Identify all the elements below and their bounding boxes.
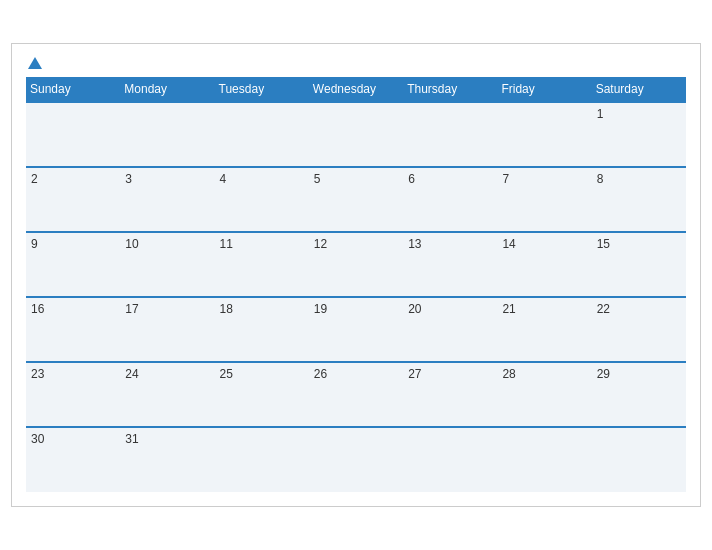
calendar-grid: SundayMondayTuesdayWednesdayThursdayFrid… bbox=[26, 77, 686, 492]
day-number: 22 bbox=[597, 302, 610, 316]
calendar-cell: 30 bbox=[26, 427, 120, 492]
weekday-header-saturday: Saturday bbox=[592, 77, 686, 102]
calendar-cell bbox=[403, 427, 497, 492]
calendar-header bbox=[26, 54, 686, 70]
day-number: 30 bbox=[31, 432, 44, 446]
calendar-cell bbox=[26, 102, 120, 167]
day-number: 23 bbox=[31, 367, 44, 381]
calendar-cell: 15 bbox=[592, 232, 686, 297]
day-number: 31 bbox=[125, 432, 138, 446]
calendar-cell: 29 bbox=[592, 362, 686, 427]
day-number: 28 bbox=[502, 367, 515, 381]
day-number: 1 bbox=[597, 107, 604, 121]
logo-general-line bbox=[26, 54, 42, 70]
calendar-cell bbox=[592, 427, 686, 492]
day-number: 13 bbox=[408, 237, 421, 251]
day-number: 6 bbox=[408, 172, 415, 186]
calendar-cell: 12 bbox=[309, 232, 403, 297]
day-number: 16 bbox=[31, 302, 44, 316]
day-number: 19 bbox=[314, 302, 327, 316]
weekday-header-sunday: Sunday bbox=[26, 77, 120, 102]
calendar-week-5: 3031 bbox=[26, 427, 686, 492]
weekday-header-thursday: Thursday bbox=[403, 77, 497, 102]
logo-triangle-icon bbox=[28, 57, 42, 69]
calendar-week-4: 23242526272829 bbox=[26, 362, 686, 427]
calendar-cell: 25 bbox=[215, 362, 309, 427]
day-number: 20 bbox=[408, 302, 421, 316]
calendar-header-row: SundayMondayTuesdayWednesdayThursdayFrid… bbox=[26, 77, 686, 102]
day-number: 26 bbox=[314, 367, 327, 381]
day-number: 14 bbox=[502, 237, 515, 251]
day-number: 2 bbox=[31, 172, 38, 186]
day-number: 25 bbox=[220, 367, 233, 381]
calendar-cell: 3 bbox=[120, 167, 214, 232]
calendar-cell: 8 bbox=[592, 167, 686, 232]
calendar-cell: 6 bbox=[403, 167, 497, 232]
day-number: 10 bbox=[125, 237, 138, 251]
day-number: 21 bbox=[502, 302, 515, 316]
calendar-cell bbox=[215, 102, 309, 167]
calendar-cell: 18 bbox=[215, 297, 309, 362]
day-number: 4 bbox=[220, 172, 227, 186]
calendar-cell: 19 bbox=[309, 297, 403, 362]
calendar-cell: 4 bbox=[215, 167, 309, 232]
calendar-cell: 5 bbox=[309, 167, 403, 232]
calendar-body: 1234567891011121314151617181920212223242… bbox=[26, 102, 686, 492]
day-number: 15 bbox=[597, 237, 610, 251]
day-number: 3 bbox=[125, 172, 132, 186]
weekday-header-monday: Monday bbox=[120, 77, 214, 102]
calendar-cell bbox=[215, 427, 309, 492]
calendar-cell: 10 bbox=[120, 232, 214, 297]
calendar-cell: 1 bbox=[592, 102, 686, 167]
calendar-container: SundayMondayTuesdayWednesdayThursdayFrid… bbox=[11, 43, 701, 508]
calendar-cell: 17 bbox=[120, 297, 214, 362]
calendar-cell: 7 bbox=[497, 167, 591, 232]
calendar-week-1: 2345678 bbox=[26, 167, 686, 232]
calendar-cell: 20 bbox=[403, 297, 497, 362]
calendar-cell bbox=[309, 102, 403, 167]
calendar-cell: 27 bbox=[403, 362, 497, 427]
day-number: 11 bbox=[220, 237, 233, 251]
calendar-week-3: 16171819202122 bbox=[26, 297, 686, 362]
day-number: 29 bbox=[597, 367, 610, 381]
day-number: 5 bbox=[314, 172, 321, 186]
logo-area bbox=[26, 54, 42, 70]
calendar-cell: 26 bbox=[309, 362, 403, 427]
calendar-cell bbox=[309, 427, 403, 492]
calendar-week-0: 1 bbox=[26, 102, 686, 167]
weekday-header-friday: Friday bbox=[497, 77, 591, 102]
day-number: 12 bbox=[314, 237, 327, 251]
calendar-cell: 24 bbox=[120, 362, 214, 427]
day-number: 17 bbox=[125, 302, 138, 316]
calendar-cell bbox=[120, 102, 214, 167]
calendar-cell: 21 bbox=[497, 297, 591, 362]
calendar-cell: 31 bbox=[120, 427, 214, 492]
calendar-cell: 11 bbox=[215, 232, 309, 297]
calendar-cell: 2 bbox=[26, 167, 120, 232]
calendar-cell: 28 bbox=[497, 362, 591, 427]
day-number: 27 bbox=[408, 367, 421, 381]
calendar-cell: 13 bbox=[403, 232, 497, 297]
day-number: 8 bbox=[597, 172, 604, 186]
calendar-cell bbox=[403, 102, 497, 167]
day-number: 9 bbox=[31, 237, 38, 251]
day-number: 24 bbox=[125, 367, 138, 381]
calendar-week-2: 9101112131415 bbox=[26, 232, 686, 297]
weekday-header-wednesday: Wednesday bbox=[309, 77, 403, 102]
day-number: 18 bbox=[220, 302, 233, 316]
calendar-cell: 23 bbox=[26, 362, 120, 427]
calendar-cell bbox=[497, 102, 591, 167]
calendar-cell bbox=[497, 427, 591, 492]
calendar-cell: 16 bbox=[26, 297, 120, 362]
calendar-cell: 22 bbox=[592, 297, 686, 362]
calendar-cell: 14 bbox=[497, 232, 591, 297]
weekday-header-tuesday: Tuesday bbox=[215, 77, 309, 102]
calendar-cell: 9 bbox=[26, 232, 120, 297]
day-number: 7 bbox=[502, 172, 509, 186]
